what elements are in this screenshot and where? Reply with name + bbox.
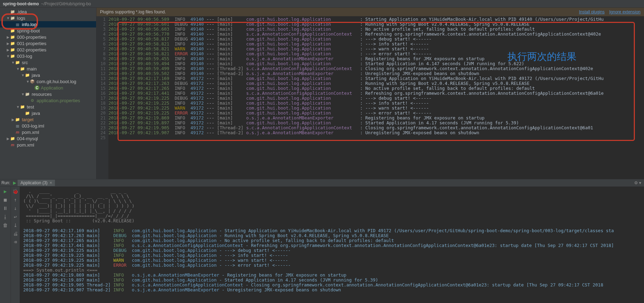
console-left-toolbar: ▶ ■ ⏸ ⭳ 🗑 bbox=[0, 187, 11, 303]
project-name: spring-boot-demo bbox=[3, 1, 39, 6]
tree-item[interactable]: pom.xml bbox=[0, 129, 96, 135]
tree-item-label: 000-properties bbox=[17, 35, 46, 40]
chevron-icon[interactable]: ▼ bbox=[26, 80, 30, 84]
rerun-icon[interactable]: ▶ bbox=[2, 188, 8, 194]
tree-item[interactable]: ▼main bbox=[0, 66, 96, 72]
down-icon[interactable]: ↓ bbox=[12, 205, 19, 211]
tree-item-label: com.git.hui.boot.log bbox=[37, 79, 76, 84]
folder-blue-icon bbox=[25, 110, 30, 116]
tree-item-label: java bbox=[32, 111, 40, 116]
folder-icon bbox=[25, 91, 30, 97]
chevron-icon[interactable]: ▶ bbox=[6, 137, 10, 141]
folder-blue-icon bbox=[15, 60, 20, 65]
cls-icon bbox=[34, 85, 39, 90]
tree-item-label: application.properties bbox=[37, 98, 80, 103]
tree-item[interactable]: ▶000-properties bbox=[0, 34, 96, 40]
chevron-icon[interactable]: ▼ bbox=[6, 16, 10, 20]
console-output[interactable]: . ____ _ __ _ _ /\\ / ___'_ __ _ _(_)_ _… bbox=[20, 187, 644, 303]
tree-item-label: spring-boot bbox=[17, 28, 40, 33]
chevron-icon[interactable]: ▼ bbox=[21, 92, 25, 96]
plugin-banner: Plugins supporting *.log files found. In… bbox=[96, 8, 644, 16]
tree-item[interactable]: ▶target bbox=[0, 116, 96, 123]
up-icon[interactable]: ↑ bbox=[12, 197, 19, 203]
chevron-icon[interactable]: ▶ bbox=[6, 42, 10, 45]
tree-item[interactable]: ▼src bbox=[0, 59, 96, 66]
tree-item[interactable]: pom.xml bbox=[0, 142, 96, 148]
banner-ignore-link[interactable]: Ignore extension bbox=[609, 10, 640, 14]
run-label: Run: bbox=[1, 180, 10, 185]
folder-icon bbox=[10, 9, 15, 14]
tree-item[interactable]: ▼resources bbox=[0, 91, 96, 97]
chevron-icon[interactable]: ▼ bbox=[21, 73, 25, 77]
tree-item[interactable]: spring-boot bbox=[0, 27, 96, 34]
gear-icon[interactable]: ⚙ ▾ bbox=[634, 180, 641, 185]
chevron-icon[interactable]: ▶ bbox=[11, 118, 15, 122]
project-path: ~/Project/GitHub/spring-bo bbox=[41, 1, 91, 6]
folder-blue-icon bbox=[10, 41, 15, 46]
console-left-toolbar-2: 🐞 ↑ ↓ ↩ ⤓ 🖨 ⌫ bbox=[11, 187, 20, 303]
tree-item[interactable]: ▶001-properties bbox=[0, 40, 96, 47]
tree-item-label: 004-mysql bbox=[17, 136, 38, 141]
chevron-icon[interactable]: ▶ bbox=[6, 48, 10, 52]
folder-blue-icon bbox=[10, 34, 15, 40]
tree-item-label: .idea bbox=[17, 9, 27, 14]
bug-icon[interactable]: 🐞 bbox=[12, 188, 19, 194]
tree-item[interactable]: ▼logs bbox=[0, 15, 96, 21]
folder-blue-icon bbox=[10, 47, 15, 52]
tree-item[interactable]: ▼com.git.hui.boot.log bbox=[0, 78, 96, 85]
clear-icon[interactable]: ⌫ bbox=[12, 239, 19, 245]
prop-icon bbox=[30, 98, 35, 103]
tree-item-label: resources bbox=[32, 92, 52, 97]
tree-item[interactable]: .idea bbox=[0, 8, 96, 15]
pause-icon[interactable]: ⏸ bbox=[2, 205, 8, 211]
chevron-icon[interactable]: ▼ bbox=[11, 61, 15, 64]
chevron-icon[interactable]: ▼ bbox=[6, 54, 10, 58]
file-icon bbox=[15, 123, 20, 129]
project-tree[interactable]: .idea▼logsinfo.logspring-boot▶000-proper… bbox=[0, 8, 96, 179]
tree-item[interactable]: info.log bbox=[0, 21, 96, 27]
m-icon bbox=[10, 142, 15, 148]
tree-item-label: info.log bbox=[22, 22, 37, 27]
folder-blue-icon bbox=[10, 28, 15, 33]
tree-item-label: test bbox=[27, 104, 34, 110]
folder-blue-icon bbox=[10, 53, 15, 59]
editor[interactable]: 1234567891011121314151617181920212223242… bbox=[96, 16, 644, 179]
chevron-icon[interactable]: ▶ bbox=[6, 35, 10, 39]
softwrap-icon[interactable]: ↩ bbox=[12, 214, 19, 220]
m-icon bbox=[15, 129, 20, 135]
trash-icon[interactable]: 🗑 bbox=[2, 222, 8, 228]
tree-item-label: target bbox=[22, 117, 33, 122]
tree-item-label: main bbox=[27, 66, 37, 72]
run-tab-label: Application (3) bbox=[20, 180, 48, 185]
banner-install-link[interactable]: Install plugins bbox=[579, 10, 605, 14]
tree-item-label: 001-properties bbox=[17, 41, 46, 46]
tree-item-label: 002-properties bbox=[17, 47, 46, 52]
tree-item-label: 003-log.iml bbox=[22, 123, 44, 129]
run-toolbar: Run: ▶ Application (3) × ⚙ ▾ bbox=[0, 179, 644, 187]
tree-item[interactable]: java bbox=[0, 110, 96, 116]
scroll-end-icon[interactable]: ⤓ bbox=[12, 222, 19, 228]
tree-item[interactable]: ▼java bbox=[0, 72, 96, 78]
chevron-icon[interactable]: ▼ bbox=[16, 67, 20, 71]
tree-item-label: pom.xml bbox=[22, 130, 39, 135]
exit-icon[interactable]: ⭳ bbox=[2, 214, 8, 220]
run-tab[interactable]: Application (3) × bbox=[18, 180, 55, 186]
tree-item-label: logs bbox=[17, 16, 25, 21]
folder-orange-icon bbox=[15, 117, 20, 122]
log-content[interactable]: 2018-09-27 09:40:56.589 INFO 49140 --- [… bbox=[108, 16, 644, 179]
tree-item[interactable]: application.properties bbox=[0, 97, 96, 104]
tree-item-label: src bbox=[22, 60, 28, 65]
chevron-icon[interactable]: ▼ bbox=[16, 105, 20, 109]
print-icon[interactable]: 🖨 bbox=[12, 230, 19, 237]
folder-blue-icon bbox=[10, 136, 15, 141]
tree-item[interactable]: ▼test bbox=[0, 104, 96, 110]
folder-blue-icon bbox=[20, 104, 25, 110]
tree-item-label: pom.xml bbox=[17, 142, 34, 148]
tree-item[interactable]: ▼003-log bbox=[0, 53, 96, 59]
tree-item[interactable]: ▶002-properties bbox=[0, 47, 96, 53]
close-icon[interactable]: × bbox=[50, 180, 52, 185]
tree-item[interactable]: Application bbox=[0, 85, 96, 91]
tree-item[interactable]: 003-log.iml bbox=[0, 123, 96, 129]
stop-icon[interactable]: ■ bbox=[2, 197, 8, 203]
tree-item[interactable]: ▶004-mysql bbox=[0, 135, 96, 142]
